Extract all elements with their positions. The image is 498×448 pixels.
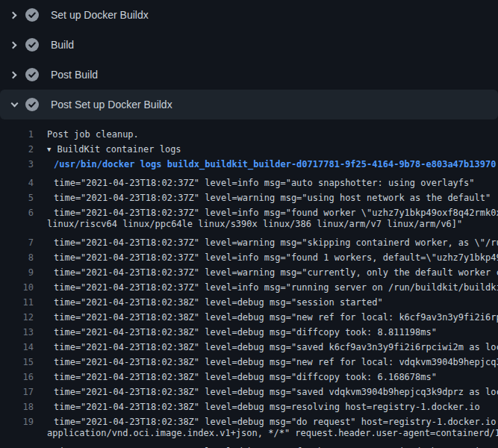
line-number[interactable]: 16 [0, 372, 34, 382]
log-row: 3/usr/bin/docker logs buildx_buildkit_bu… [0, 157, 498, 172]
chevron-right-icon[interactable] [10, 70, 19, 79]
log-line-text: Post job cleanup. [47, 129, 139, 140]
chevron-right-icon[interactable] [10, 40, 19, 49]
line-number[interactable]: 10 [0, 282, 34, 293]
log-line-text: time="2021-04-23T18:02:38Z" level=debug … [54, 327, 437, 337]
step-status-icon [25, 68, 39, 81]
log-line-text: time="2021-04-23T18:02:37Z" level=warnin… [54, 267, 498, 278]
log-line-text: time="2021-04-23T18:02:37Z" level=warnin… [54, 237, 498, 248]
log-line-text: time="2021-04-23T18:02:37Z" level=info m… [54, 208, 498, 218]
log-row: 4time="2021-04-23T18:02:37Z" level=info … [0, 172, 498, 187]
log-row: 18time="2021-04-23T18:02:38Z" level=debu… [0, 396, 498, 411]
log-line-text: BuildKit container logs [57, 144, 181, 155]
step-section-post-build[interactable]: Post Build [0, 60, 498, 90]
line-number[interactable]: 8 [0, 252, 34, 263]
log-row: 11time="2021-04-23T18:02:38Z" level=debu… [0, 291, 498, 306]
step-section-set-up-docker-buildx[interactable]: Set up Docker Buildx [0, 0, 498, 30]
log-row: 1Post job cleanup. [0, 127, 498, 142]
line-number[interactable]: 7 [0, 237, 34, 248]
line-number[interactable]: 2 [0, 144, 34, 155]
log-line-text: linux/riscv64 linux/ppc64le linux/s390x … [47, 219, 462, 229]
log-line-text: time="2021-04-23T18:02:38Z" level=debug … [54, 417, 498, 427]
line-number[interactable]: 19 [0, 417, 34, 427]
step-section-build[interactable]: Build [0, 30, 498, 60]
chevron-glyph [10, 100, 18, 108]
log-row: 16time="2021-04-23T18:02:38Z" level=debu… [0, 366, 498, 381]
log-line-text: time="2021-04-23T18:02:38Z" level=debug … [54, 357, 498, 367]
log-row: 9time="2021-04-23T18:02:37Z" level=warni… [0, 261, 498, 276]
chevron-glyph [10, 41, 17, 49]
step-label: Post Build [51, 69, 98, 81]
log-row: linux/riscv64 linux/ppc64le linux/s390x … [0, 217, 498, 231]
steps-list: Set up Docker BuildxBuildPost BuildPost … [0, 0, 498, 119]
step-status-icon [25, 98, 39, 111]
success-check-icon [25, 8, 39, 22]
log-row: 13time="2021-04-23T18:02:38Z" level=debu… [0, 321, 498, 336]
log-row: 2▼BuildKit container logs [0, 142, 498, 157]
log-line-text: time="2021-04-23T18:02:38Z" level=debug … [54, 372, 437, 382]
line-number[interactable]: 13 [0, 327, 34, 337]
group-toggle-icon[interactable]: ▼ [47, 146, 51, 153]
line-number[interactable]: 1 [0, 129, 34, 140]
line-number[interactable]: 15 [0, 357, 34, 367]
step-status-icon [25, 8, 39, 22]
log-line-text: time="2021-04-23T18:02:38Z" level=debug … [54, 342, 498, 352]
success-check-icon [25, 98, 39, 111]
line-number[interactable]: 9 [0, 267, 34, 278]
chevron-glyph [10, 11, 17, 19]
chevron-right-icon[interactable] [10, 10, 19, 19]
step-label: Build [51, 39, 74, 51]
log-row: 7time="2021-04-23T18:02:37Z" level=warni… [0, 231, 498, 246]
log-line-text: time="2021-04-23T18:02:38Z" level=debug … [54, 387, 498, 397]
log-row: 12time="2021-04-23T18:02:38Z" level=debu… [0, 306, 498, 321]
log-line-text: time="2021-04-23T18:02:37Z" level=info m… [54, 252, 498, 263]
log-row: 19time="2021-04-23T18:02:38Z" level=debu… [0, 411, 498, 426]
line-number[interactable]: 4 [0, 178, 34, 188]
success-check-icon [25, 68, 39, 81]
log-lines: 1Post job cleanup.2▼BuildKit container l… [0, 119, 498, 448]
line-number[interactable]: 12 [0, 312, 34, 323]
log-row: 15time="2021-04-23T18:02:38Z" level=debu… [0, 351, 498, 366]
log-line-text: time="2021-04-23T18:02:37Z" level=info m… [54, 178, 475, 188]
line-number[interactable]: 11 [0, 297, 34, 308]
step-label: Set up Docker Buildx [51, 9, 149, 21]
line-number[interactable]: 5 [0, 193, 34, 203]
log-row: 10time="2021-04-23T18:02:37Z" level=info… [0, 276, 498, 291]
log-line-text: time="2021-04-23T18:02:38Z" level=debug … [54, 312, 498, 323]
line-number[interactable]: 14 [0, 342, 34, 352]
step-section-post-set-up-docker-buildx[interactable]: Post Set up Docker Buildx [0, 90, 498, 119]
log-row: 6time="2021-04-23T18:02:37Z" level=info … [0, 202, 498, 217]
log-row: 14time="2021-04-23T18:02:38Z" level=debu… [0, 336, 498, 351]
line-number[interactable]: 18 [0, 402, 34, 412]
log-line-text: time="2021-04-23T18:02:38Z" level=debug … [54, 297, 383, 308]
line-number[interactable]: 3 [0, 159, 34, 169]
log-row: application/vnd.oci.image.index.v1+json,… [0, 426, 498, 441]
log-line-text: time="2021-04-23T18:02:38Z" level=debug … [54, 402, 480, 412]
success-check-icon [25, 38, 39, 52]
chevron-down-icon[interactable] [10, 100, 19, 109]
log-row: 8time="2021-04-23T18:02:37Z" level=info … [0, 246, 498, 261]
command-line-text: /usr/bin/docker logs buildx_buildkit_bui… [54, 159, 496, 169]
log-line-text: time="2021-04-23T18:02:37Z" level=warnin… [54, 193, 491, 203]
step-label: Post Set up Docker Buildx [51, 99, 172, 111]
step-status-icon [25, 38, 39, 52]
log-row: 5time="2021-04-23T18:02:37Z" level=warni… [0, 187, 498, 202]
log-line-text: application/vnd.oci.image.index.v1+json,… [47, 428, 498, 438]
log-row: 20time="2021-04-23T18:02:38Z" level=debu… [0, 441, 498, 448]
log-row: 17time="2021-04-23T18:02:38Z" level=debu… [0, 381, 498, 396]
log-line-text: time="2021-04-23T18:02:37Z" level=info m… [54, 282, 498, 293]
line-number[interactable]: 17 [0, 387, 34, 397]
chevron-glyph [10, 71, 17, 78]
line-number[interactable]: 6 [0, 208, 34, 218]
